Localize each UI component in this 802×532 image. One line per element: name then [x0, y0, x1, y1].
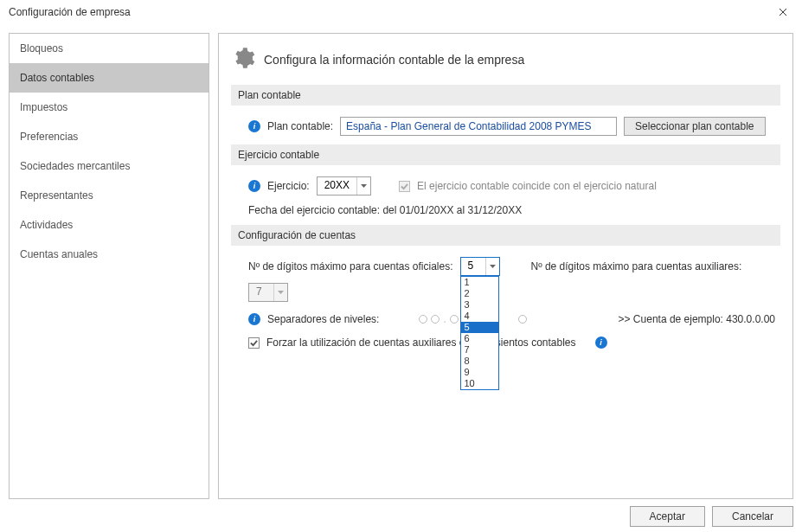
section-plan-contable: Plan contable — [231, 85, 780, 106]
dropdown-item[interactable]: 8 — [461, 356, 498, 367]
fecha-ejercicio-label: Fecha del ejercicio contable: del 01/01/… — [248, 204, 522, 216]
section-config-cuentas: Configuración de cuentas — [231, 225, 780, 246]
dropdown-item[interactable]: 4 — [461, 311, 498, 322]
dropdown-item[interactable]: 10 — [461, 378, 498, 389]
forzar-label: Forzar la utilización de cuentas auxilia… — [266, 337, 576, 349]
dropdown-item[interactable]: 1 — [461, 277, 498, 288]
sidebar-item-datos-contables[interactable]: Datos contables — [10, 63, 209, 93]
oficiales-dropdown[interactable]: 1 2 3 4 5 6 7 8 9 10 — [460, 276, 499, 390]
auxiliares-label: Nº de dígitos máximo para cuentas auxili… — [531, 260, 742, 272]
section-ejercicio: Ejercicio contable — [231, 144, 780, 165]
sidebar-item-sociedades[interactable]: Sociedades mercantiles — [10, 151, 209, 181]
ejercicio-combo[interactable]: 20XX — [317, 176, 371, 195]
cuenta-ejemplo-label: >> Cuenta de ejemplo: 430.0.0.00 — [619, 313, 775, 325]
seleccionar-plan-button[interactable]: Seleccionar plan contable — [624, 117, 765, 136]
info-icon[interactable]: i — [248, 180, 260, 192]
info-icon[interactable]: i — [248, 313, 260, 325]
separadores-label: Separadores de niveles: — [267, 313, 379, 325]
ejercicio-label: Ejercicio: — [267, 180, 310, 192]
sidebar-item-actividades[interactable]: Actividades — [10, 210, 209, 240]
aceptar-button[interactable]: Aceptar — [630, 506, 705, 527]
auxiliares-combo[interactable]: 7 — [248, 283, 288, 302]
plan-contable-label: Plan contable: — [267, 120, 333, 132]
window-title: Configuración de empresa — [9, 6, 131, 18]
info-icon[interactable]: i — [248, 120, 260, 132]
coincide-checkbox — [399, 181, 410, 192]
dropdown-item[interactable]: 9 — [461, 367, 498, 378]
content-panel: Configura la información contable de la … — [218, 33, 793, 499]
dropdown-item[interactable]: 3 — [461, 299, 498, 311]
sidebar-item-bloqueos[interactable]: Bloqueos — [10, 34, 209, 63]
sidebar-item-representantes[interactable]: Representantes — [10, 181, 209, 210]
gear-icon — [231, 46, 255, 73]
chevron-down-icon[interactable] — [356, 177, 370, 195]
cancelar-button[interactable]: Cancelar — [712, 506, 793, 527]
info-icon[interactable]: i — [595, 337, 607, 349]
dropdown-item[interactable]: 2 — [461, 288, 498, 299]
sidebar-item-cuentas-anuales[interactable]: Cuentas anuales — [10, 240, 209, 269]
close-icon[interactable] — [771, 3, 795, 22]
oficiales-label: Nº de dígitos máximo para cuentas oficia… — [248, 260, 453, 272]
oficiales-combo[interactable]: 5 — [460, 257, 500, 276]
page-title: Configura la información contable de la … — [264, 53, 524, 67]
sidebar: Bloqueos Datos contables Impuestos Prefe… — [9, 33, 209, 499]
chevron-down-icon[interactable] — [273, 284, 287, 301]
sidebar-item-impuestos[interactable]: Impuestos — [10, 93, 209, 122]
plan-contable-input[interactable] — [340, 117, 617, 136]
dropdown-item[interactable]: 6 — [461, 333, 498, 344]
forzar-checkbox[interactable] — [248, 337, 260, 349]
dropdown-item[interactable]: 7 — [461, 344, 498, 356]
chevron-down-icon[interactable] — [485, 258, 499, 275]
sidebar-item-preferencias[interactable]: Preferencias — [10, 122, 209, 151]
coincide-label: El ejercicio contable coincide con el ej… — [417, 180, 657, 192]
dropdown-item[interactable]: 5 — [461, 322, 498, 333]
